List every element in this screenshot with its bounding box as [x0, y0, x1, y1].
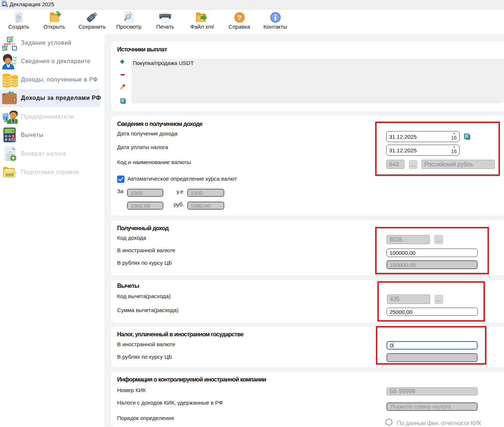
- svg-text:0: 0: [11, 129, 14, 133]
- svg-text:?: ?: [237, 14, 242, 22]
- svg-text:2: 2: [6, 4, 8, 7]
- svg-text:0: 0: [12, 134, 14, 138]
- svg-text:xml: xml: [6, 172, 14, 177]
